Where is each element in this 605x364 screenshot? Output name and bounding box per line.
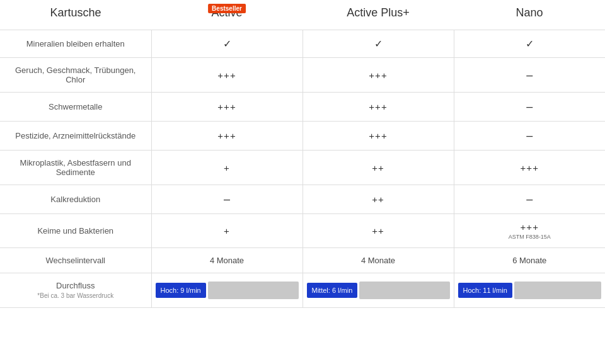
feature-cell: Mineralien bleiben erhalten — [0, 30, 151, 58]
feature-cell: Pestizide, Arzneimittelrückstände — [0, 122, 151, 151]
durchfluss-feature-cell: Durchfluss *Bei ca. 3 bar Wasserdruck — [0, 273, 151, 308]
flow-bar-col3: Hoch: 11 l/min — [458, 282, 602, 299]
minus-rating: – — [526, 193, 533, 205]
plus-rating: +++ — [217, 101, 236, 112]
plus-rating: ++ — [372, 162, 384, 173]
col3-label: Nano — [516, 6, 543, 19]
col1-cell: + — [151, 214, 302, 248]
cell-note: ASTM F838-15A — [461, 234, 599, 240]
minus-rating: – — [526, 69, 533, 81]
plus-rating: + — [224, 162, 230, 173]
table-row: Geruch, Geschmack, Trübungen, Chlor +++ … — [0, 58, 605, 93]
col1-cell: + — [151, 151, 302, 185]
col2-cell: ++ — [302, 151, 454, 185]
feature-cell: Geruch, Geschmack, Trübungen, Chlor — [0, 58, 151, 93]
feature-header-label: Kartusche — [50, 6, 101, 19]
col3-cell: – — [454, 122, 605, 151]
table-row: Wechselintervall 4 Monate 4 Monate 6 Mon… — [0, 248, 605, 273]
col3-cell: +++ASTM F838-15A — [454, 214, 605, 248]
col3-cell: – — [454, 185, 605, 214]
col3-cell: 6 Monate — [454, 248, 605, 273]
flow-bar-blue-col2: Mittel: 6 l/min — [307, 283, 358, 298]
feature-column-header: Kartusche — [0, 0, 151, 30]
flow-bar-blue-col1: Hoch: 9 l/min — [156, 283, 206, 298]
cell-value: 4 Monate — [361, 256, 395, 265]
plus-rating: +++ — [521, 222, 539, 232]
feature-cell: Wechselintervall — [0, 248, 151, 273]
plus-rating: +++ — [217, 70, 236, 81]
plus-rating: +++ — [369, 101, 387, 112]
cell-value: 4 Monate — [210, 256, 244, 265]
comparison-table: Kartusche Bestseller Active Active Plus+… — [0, 0, 605, 308]
feature-cell: Schwermetalle — [0, 93, 151, 122]
col3-header: Nano — [454, 0, 605, 30]
durchfluss-row: Durchfluss *Bei ca. 3 bar Wasserdruck Ho… — [0, 273, 605, 308]
minus-rating: – — [526, 129, 533, 142]
col3-cell: – — [454, 93, 605, 122]
table-row: Mineralien bleiben erhalten ✓ ✓ ✓ — [0, 30, 605, 58]
minus-rating: – — [224, 193, 230, 205]
flow-bar-gray-col1 — [208, 282, 299, 299]
table-row: Schwermetalle +++ +++ – — [0, 93, 605, 122]
col2-label: Active Plus+ — [347, 6, 410, 19]
durchfluss-label: Durchfluss — [56, 281, 95, 290]
feature-cell: Mikroplastik, Asbestfasern und Sedimente — [0, 151, 151, 185]
col2-cell: ++ — [302, 185, 454, 214]
col1-cell: +++ — [151, 58, 302, 93]
table-row: Kalkreduktion – ++ – — [0, 185, 605, 214]
check-icon: ✓ — [374, 38, 383, 49]
col3-cell: – — [454, 58, 605, 93]
col2-cell: ✓ — [302, 30, 454, 58]
plus-rating: + — [224, 225, 230, 236]
col1-cell: +++ — [151, 93, 302, 122]
plus-rating: ++ — [372, 194, 384, 205]
plus-rating: +++ — [521, 162, 539, 173]
col1-cell: – — [151, 185, 302, 214]
plus-rating: +++ — [217, 130, 236, 141]
col3-flow-cell: Hoch: 11 l/min — [454, 273, 605, 308]
col1-flow-cell: Hoch: 9 l/min — [151, 273, 302, 308]
comparison-table-container: Kartusche Bestseller Active Active Plus+… — [0, 0, 605, 308]
flow-bar-col2: Mittel: 6 l/min — [307, 282, 450, 299]
check-icon: ✓ — [526, 38, 534, 49]
table-row: Keime und Bakterien + ++ +++ASTM F838-15… — [0, 214, 605, 248]
col1-cell: +++ — [151, 122, 302, 151]
col2-header: Active Plus+ — [302, 0, 454, 30]
minus-rating: – — [526, 100, 533, 113]
durchfluss-note: *Bei ca. 3 bar Wasserdruck — [37, 292, 113, 299]
plus-rating: +++ — [369, 130, 387, 141]
col1-header: Bestseller Active — [151, 0, 302, 30]
flow-bar-col1: Hoch: 9 l/min — [156, 282, 299, 299]
col2-cell: 4 Monate — [302, 248, 454, 273]
col1-cell: ✓ — [151, 30, 302, 58]
col2-cell: +++ — [302, 58, 454, 93]
col3-cell: ✓ — [454, 30, 605, 58]
col2-flow-cell: Mittel: 6 l/min — [302, 273, 454, 308]
plus-rating: +++ — [369, 70, 387, 81]
feature-cell: Keime und Bakterien — [0, 214, 151, 248]
col1-cell: 4 Monate — [151, 248, 302, 273]
flow-bar-gray-col3 — [514, 282, 601, 299]
feature-cell: Kalkreduktion — [0, 185, 151, 214]
check-icon: ✓ — [223, 38, 231, 49]
col2-cell: ++ — [302, 214, 454, 248]
table-row: Mikroplastik, Asbestfasern und Sedimente… — [0, 151, 605, 185]
table-row: Pestizide, Arzneimittelrückstände +++ ++… — [0, 122, 605, 151]
cell-value: 6 Monate — [512, 256, 546, 265]
col2-cell: +++ — [302, 122, 454, 151]
bestseller-badge: Bestseller — [208, 4, 246, 13]
col3-cell: +++ — [454, 151, 605, 185]
col2-cell: +++ — [302, 93, 454, 122]
flow-bar-blue-col3: Hoch: 11 l/min — [458, 283, 512, 298]
plus-rating: ++ — [372, 225, 384, 236]
flow-bar-gray-col2 — [359, 282, 449, 299]
